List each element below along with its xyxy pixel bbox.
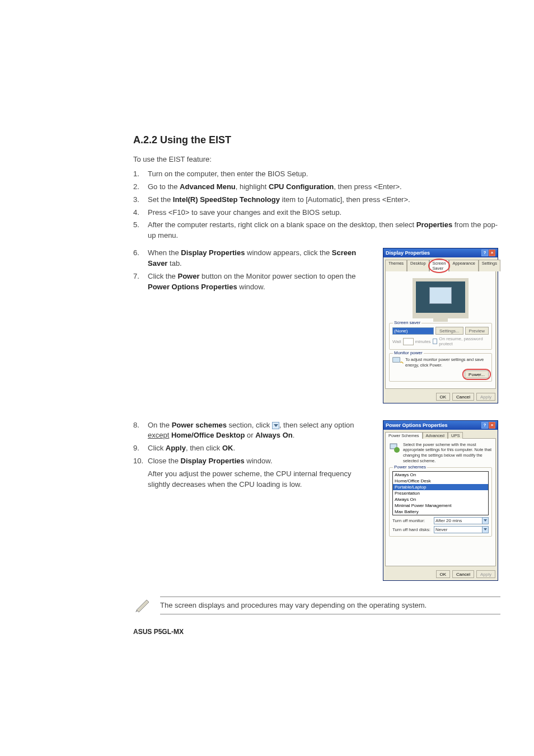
step-10: Close the Display Properties window. Aft…: [148, 456, 372, 490]
tab-power-schemes[interactable]: Power Schemes: [385, 432, 423, 439]
section-heading: A.2.2 Using the EIST: [133, 134, 500, 146]
step-1: Turn on the computer, then enter the BIO…: [148, 169, 500, 180]
close-icon[interactable]: ×: [489, 250, 495, 256]
steps-list: 1. Turn on the computer, then enter the …: [133, 169, 500, 241]
wait-label: Wait: [392, 339, 401, 344]
ok-button[interactable]: OK: [436, 570, 451, 578]
ok-button[interactable]: OK: [436, 393, 451, 401]
window-title: Power Options Properties: [386, 422, 448, 428]
cancel-button[interactable]: Cancel: [452, 393, 474, 401]
help-icon[interactable]: ?: [481, 250, 488, 256]
monitor-power-text: To adjust monitor power settings and sav…: [405, 357, 489, 368]
tab-screen-saver[interactable]: Screen Saver: [429, 260, 449, 271]
tab-appearance[interactable]: Appearance: [449, 260, 478, 271]
step-num: 10.: [133, 456, 148, 490]
power-schemes-group: Power schemes Always On Home/Office Desk…: [389, 467, 492, 537]
turn-off-disks-select[interactable]: Never: [434, 526, 489, 533]
step-num: 6.: [133, 248, 148, 269]
note-icon: [134, 597, 151, 613]
intro-text: To use the EIST feature:: [133, 155, 500, 163]
group-label: Power schemes: [393, 464, 427, 469]
svg-rect-0: [393, 358, 400, 363]
svg-point-2: [394, 447, 400, 453]
turn-off-monitor-label: Turn off monitor:: [392, 518, 434, 523]
step-num: 1.: [133, 169, 148, 180]
cancel-button[interactable]: Cancel: [452, 570, 474, 578]
tab-ups[interactable]: UPS: [448, 432, 463, 439]
resume-checkbox[interactable]: [433, 339, 438, 344]
apply-button[interactable]: Apply: [476, 393, 495, 401]
step-9: Click Apply, then click OK.: [148, 443, 372, 454]
screensaver-group: Screen saver (None) Settings... Preview …: [389, 323, 492, 350]
power-scheme-icon: [389, 442, 400, 453]
step-2: Go to the Advanced Menu, highlight CPU C…: [148, 182, 500, 192]
titlebar[interactable]: Display Properties ? ×: [383, 248, 498, 257]
scheme-option-selected[interactable]: Portable/Laptop: [393, 484, 488, 490]
step-num: 5.: [133, 220, 148, 241]
scheme-option[interactable]: Max Battery: [393, 509, 488, 515]
scheme-option[interactable]: Always On: [393, 496, 488, 503]
step-num: 8.: [133, 420, 148, 442]
scheme-option[interactable]: Always On: [393, 472, 488, 478]
help-icon[interactable]: ?: [481, 422, 488, 429]
step-7: Click the Power button on the Monitor po…: [148, 271, 372, 293]
power-scheme-desc: Select the power scheme with the most ap…: [403, 442, 492, 464]
tabstrip: Power Schemes Advanced UPS: [383, 430, 498, 438]
apply-button[interactable]: Apply: [476, 570, 495, 578]
scheme-option[interactable]: Presentation: [393, 490, 488, 496]
screensaver-select[interactable]: (None): [392, 327, 434, 335]
tab-advanced[interactable]: Advanced: [423, 432, 448, 439]
display-properties-dialog: Display Properties ? × Themes Desktop Sc…: [383, 248, 498, 403]
step-num: 7.: [133, 271, 148, 293]
dropdown-icon: [272, 422, 279, 429]
group-label: Screen saver: [393, 320, 421, 325]
titlebar[interactable]: Power Options Properties ? ×: [383, 421, 498, 430]
wait-spinner[interactable]: [403, 338, 414, 345]
turn-off-monitor-select[interactable]: After 20 mins: [434, 517, 489, 524]
step-num: 4.: [133, 208, 148, 218]
scheme-option[interactable]: Home/Office Desk: [393, 478, 488, 484]
tabstrip: Themes Desktop Screen Saver Appearance S…: [383, 257, 498, 271]
power-scheme-dropdown-list[interactable]: Always On Home/Office Desk Portable/Lapt…: [392, 471, 489, 515]
step-5: After the computer restarts, right click…: [148, 220, 500, 241]
power-options-dialog: Power Options Properties ? × Power Schem…: [383, 420, 498, 581]
step-8: On the Power schemes section, click , th…: [148, 420, 372, 442]
turn-off-disks-label: Turn off hard disks:: [392, 527, 434, 532]
monitor-energy-icon: [392, 357, 404, 367]
window-title: Display Properties: [386, 250, 430, 256]
step-num: 3.: [133, 195, 148, 205]
step-num: 9.: [133, 443, 148, 454]
monitor-preview: [413, 278, 469, 318]
settings-button[interactable]: Settings...: [435, 327, 463, 335]
step-3: Set the Intel(R) SpeedStep Technology it…: [148, 195, 500, 205]
tab-desktop[interactable]: Desktop: [407, 260, 429, 271]
note-text: The screen displays and procedures may v…: [160, 597, 500, 615]
tab-themes[interactable]: Themes: [385, 260, 407, 271]
footer-model: ASUS P5GL-MX: [133, 628, 184, 636]
step-6: When the Display Properties window appea…: [148, 248, 372, 269]
scheme-option[interactable]: Minimal Power Management: [393, 503, 488, 509]
resume-label: On resume, password protect: [439, 336, 489, 346]
monitor-power-group: Monitor power To adjust monitor power se…: [389, 353, 492, 382]
group-label: Monitor power: [393, 350, 424, 355]
wait-unit: minutes: [415, 339, 431, 344]
step-num: 2.: [133, 182, 148, 192]
step-4: Press <F10> to save your changes and exi…: [148, 208, 500, 218]
close-icon[interactable]: ×: [489, 422, 495, 429]
tab-settings[interactable]: Settings: [479, 260, 500, 271]
step-10-after: After you adjust the power scheme, the C…: [148, 469, 372, 490]
power-button[interactable]: Power...: [465, 370, 489, 378]
preview-button[interactable]: Preview: [465, 327, 489, 335]
